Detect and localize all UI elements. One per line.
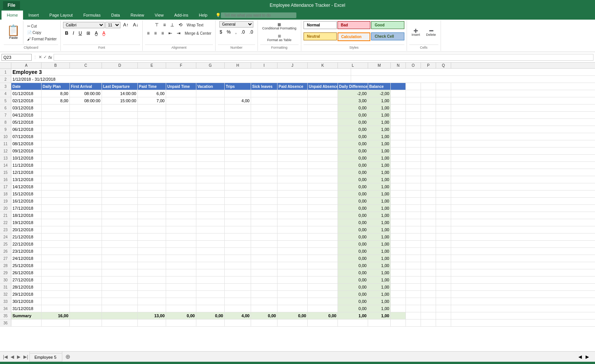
cell-D10[interactable]: [102, 133, 138, 140]
cell-I8[interactable]: [251, 119, 277, 126]
cell-J6[interactable]: [277, 104, 308, 111]
cell-G5[interactable]: [196, 97, 225, 104]
cell-B31[interactable]: [42, 284, 70, 290]
cell-A7[interactable]: 04/12/2018: [11, 112, 42, 118]
cell-Q14[interactable]: [436, 162, 451, 169]
cell-I3[interactable]: Sick leaves: [251, 83, 277, 90]
cell-B22[interactable]: [42, 219, 70, 226]
cell-O22[interactable]: [406, 219, 421, 226]
italic-button[interactable]: I: [71, 29, 76, 37]
cell-A16[interactable]: 13/12/2018: [11, 176, 42, 183]
cell-H18[interactable]: [225, 190, 251, 197]
cell-B19[interactable]: [42, 198, 70, 204]
cell-M26[interactable]: 1,00: [368, 248, 391, 255]
underline-button[interactable]: U: [77, 29, 84, 37]
cell-O9[interactable]: [406, 126, 421, 133]
cell-B30[interactable]: [42, 276, 70, 283]
cell-P32[interactable]: [421, 291, 436, 298]
cell-M11[interactable]: 1,00: [368, 140, 391, 147]
cell-O27[interactable]: [406, 255, 421, 262]
cell-I12[interactable]: [251, 147, 277, 154]
cell-K18[interactable]: [308, 190, 338, 197]
cell-Q16[interactable]: [436, 176, 451, 183]
cell-A13[interactable]: 10/12/2018: [11, 155, 42, 161]
cell-A15[interactable]: 12/12/2018: [11, 169, 42, 176]
cell-L9[interactable]: 0,00: [338, 126, 368, 133]
cell-I26[interactable]: [251, 248, 277, 255]
cell-G12[interactable]: [196, 147, 225, 154]
cell-Q15[interactable]: [436, 169, 451, 176]
cell-N32[interactable]: [391, 291, 406, 298]
cell-Q21[interactable]: [436, 212, 451, 219]
cell-C35[interactable]: [70, 312, 102, 319]
cell-I4[interactable]: [251, 90, 277, 97]
cell-M7[interactable]: 1,00: [368, 112, 391, 118]
cell-P16[interactable]: [421, 176, 436, 183]
cell-O32[interactable]: [406, 291, 421, 298]
cell-C7[interactable]: [70, 112, 102, 118]
cell-L3[interactable]: Daily Difference: [338, 83, 368, 90]
cell-G22[interactable]: [196, 219, 225, 226]
cell-M22[interactable]: 1,00: [368, 219, 391, 226]
cell-I33[interactable]: [251, 298, 277, 305]
cell-C15[interactable]: [70, 169, 102, 176]
cell-Q24[interactable]: [436, 233, 451, 240]
cell-N7[interactable]: [391, 112, 406, 118]
cell-O3[interactable]: [406, 83, 421, 90]
col-header-O[interactable]: O: [406, 63, 421, 68]
cell-A19[interactable]: 16/12/2018: [11, 198, 42, 204]
cell-O14[interactable]: [406, 162, 421, 169]
cell-O6[interactable]: [406, 104, 421, 111]
cell-I14[interactable]: [251, 162, 277, 169]
cell-H3[interactable]: Trips: [225, 83, 251, 90]
cell-D5[interactable]: 15:00:00: [102, 97, 138, 104]
cell-J7[interactable]: [277, 112, 308, 118]
cell-M8[interactable]: 1,00: [368, 119, 391, 126]
cell-N22[interactable]: [391, 219, 406, 226]
cell-J33[interactable]: [277, 298, 308, 305]
cell-K33[interactable]: [308, 298, 338, 305]
cell-L25[interactable]: 0,00: [338, 241, 368, 247]
cell-A9[interactable]: 06/12/2018: [11, 126, 42, 133]
cell-Q30[interactable]: [436, 276, 451, 283]
cell-D23[interactable]: [102, 226, 138, 233]
cell-E21[interactable]: [138, 212, 166, 219]
cell-P8[interactable]: [421, 119, 436, 126]
cell-P9[interactable]: [421, 126, 436, 133]
cell-B10[interactable]: [42, 133, 70, 140]
cell-F20[interactable]: [166, 205, 196, 212]
col-header-C[interactable]: C: [70, 63, 102, 68]
cell-D28[interactable]: [102, 262, 138, 269]
cell-C10[interactable]: [70, 133, 102, 140]
cell-K26[interactable]: [308, 248, 338, 255]
align-right-button[interactable]: ≡: [159, 29, 166, 37]
cell-M3[interactable]: Balance: [368, 83, 391, 90]
cell-N13[interactable]: [391, 155, 406, 161]
cancel-formula-icon[interactable]: ✕: [39, 55, 42, 60]
text-direction-button[interactable]: ⟲: [177, 21, 184, 29]
tab-prev-button[interactable]: ◀: [9, 353, 15, 360]
cell-G33[interactable]: [196, 298, 225, 305]
cell-O7[interactable]: [406, 112, 421, 118]
cell-Q8[interactable]: [436, 119, 451, 126]
col-header-H[interactable]: H: [225, 63, 251, 68]
cell-C26[interactable]: [70, 248, 102, 255]
cell-C28[interactable]: [70, 262, 102, 269]
cell-C32[interactable]: [70, 291, 102, 298]
cell-H9[interactable]: [225, 126, 251, 133]
grid-container[interactable]: 1 Employee 3 2 1/12/2018 - 31/12/2018 3 …: [0, 69, 595, 351]
cell-D27[interactable]: [102, 255, 138, 262]
cell-B6[interactable]: [42, 104, 70, 111]
cell-P17[interactable]: [421, 183, 436, 190]
cell-P24[interactable]: [421, 233, 436, 240]
insert-function-icon[interactable]: fx: [48, 55, 52, 60]
cell-D9[interactable]: [102, 126, 138, 133]
cell-C14[interactable]: [70, 162, 102, 169]
cell-E29[interactable]: [138, 269, 166, 276]
cell-A8[interactable]: 05/12/2018: [11, 119, 42, 126]
cell-C21[interactable]: [70, 212, 102, 219]
cell-N33[interactable]: [391, 298, 406, 305]
cell-B20[interactable]: [42, 205, 70, 212]
cell-B11[interactable]: [42, 140, 70, 147]
cell-E23[interactable]: [138, 226, 166, 233]
